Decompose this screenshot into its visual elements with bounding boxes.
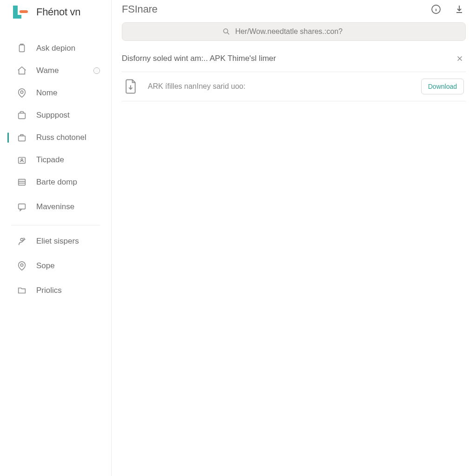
notice-text: Disforny soled wint am:.. APK Thime'sl l… — [122, 54, 276, 63]
sidebar-item-label: Russ chotonel — [36, 133, 86, 142]
sidebar-item-sope[interactable]: Sope — [0, 252, 111, 279]
download-button[interactable] — [453, 3, 466, 16]
pin-icon — [17, 261, 27, 271]
brand-logo-area: Fhénot vn — [0, 2, 111, 30]
list-icon — [17, 177, 27, 187]
download-icon — [454, 4, 465, 15]
sidebar-item-priolics[interactable]: Priolics — [0, 279, 111, 302]
topbar: FSInare — [122, 0, 466, 22]
svg-point-11 — [20, 238, 23, 241]
svg-point-12 — [20, 264, 23, 266]
close-icon — [456, 54, 464, 63]
svg-rect-0 — [20, 10, 28, 13]
svg-point-16 — [224, 29, 228, 33]
sidebar-item-ticpade[interactable]: Ticpade — [0, 149, 111, 171]
sidebar-item-ask-depion[interactable]: Ask depion — [0, 37, 111, 60]
page-title: FSInare — [122, 3, 158, 15]
sidebar-item-supppost[interactable]: Supppost — [0, 104, 111, 126]
comment-icon — [17, 202, 27, 212]
sidebar: Fhénot vn Ask depion Wame Nome — [0, 0, 112, 476]
search-icon — [222, 27, 231, 36]
sidebar-item-label: Nome — [36, 88, 57, 98]
file-icon — [124, 79, 138, 94]
sidebar-item-label: Wame — [36, 66, 59, 75]
info-icon — [430, 4, 442, 15]
sidebar-item-eliet-sispers[interactable]: Eliet sispers — [0, 230, 111, 252]
sidebar-item-nome[interactable]: Nome — [0, 82, 111, 104]
sidebar-item-label: Priolics — [36, 286, 62, 295]
sidebar-item-label: Eliet sispers — [36, 237, 79, 246]
folder-icon — [17, 285, 27, 296]
file-row: ARK ífilles nanIney sarid uoo: Download — [122, 72, 466, 101]
file-list: ARK ífilles nanIney sarid uoo: Download — [122, 72, 466, 101]
notice-row: Disforny soled wint am:.. APK Thime'sl l… — [122, 54, 466, 72]
main-content: FSInare Disforny soled wint am:.. APK Th… — [112, 0, 476, 476]
file-name: ARK ífilles nanIney sarid uoo: — [148, 82, 411, 91]
notice-close-button[interactable] — [456, 54, 464, 63]
svg-rect-4 — [19, 136, 26, 141]
svg-point-2 — [20, 91, 23, 93]
svg-rect-7 — [19, 179, 26, 185]
bag-icon — [17, 110, 27, 120]
sidebar-item-label: Sope — [36, 261, 55, 271]
svg-line-17 — [227, 33, 229, 34]
sidebar-item-maveninse[interactable]: Maveninse — [0, 193, 111, 220]
sidebar-item-wame[interactable]: Wame — [0, 60, 111, 82]
clipboard-icon — [17, 43, 27, 53]
sidebar-item-label: Ticpade — [36, 155, 64, 165]
topbar-actions — [430, 3, 466, 16]
sidebar-nav: Ask depion Wame Nome Supppost — [0, 30, 111, 302]
person-icon — [17, 236, 27, 246]
sidebar-item-barte-domp[interactable]: Barte domp — [0, 171, 111, 193]
info-button[interactable] — [430, 3, 443, 16]
sidebar-item-label: Ask depion — [36, 44, 75, 53]
sidebar-item-label: Maveninse — [36, 202, 74, 212]
svg-rect-1 — [20, 45, 25, 52]
search-box[interactable] — [122, 22, 466, 41]
file-download-button[interactable]: Download — [421, 79, 464, 94]
pin-icon — [17, 88, 27, 98]
sidebar-item-label: Barte domp — [36, 178, 77, 187]
brand-logo-icon — [11, 4, 30, 20]
svg-point-6 — [21, 159, 23, 160]
id-card-icon — [17, 155, 27, 165]
home-icon — [17, 66, 27, 76]
search-input[interactable] — [235, 27, 365, 36]
sidebar-item-russ-chotonel[interactable]: Russ chotonel — [0, 126, 111, 149]
circle-badge-icon — [93, 67, 100, 74]
briefcase-icon — [17, 132, 27, 143]
brand-name: Fhénot vn — [36, 6, 80, 18]
svg-rect-10 — [19, 204, 26, 209]
sidebar-item-label: Supppost — [36, 111, 70, 120]
sidebar-divider — [11, 225, 100, 225]
svg-rect-3 — [19, 113, 26, 119]
